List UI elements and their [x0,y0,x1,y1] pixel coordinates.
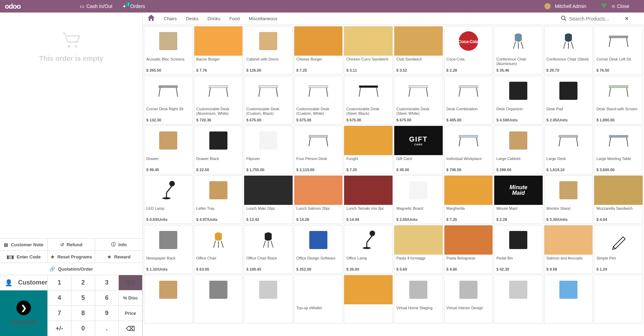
product-card[interactable]: Desk Organizer $ 4.59/Units [494,76,543,125]
product-card[interactable]: Bacon Burger $ 7.76 [194,26,243,75]
key-1[interactable]: 1 [48,275,71,290]
product-card[interactable]: Virtual Home Staging [394,275,443,323]
key-dot[interactable]: . [95,321,119,336]
product-card[interactable]: Chicken Curry Sandwich $ 3.11 [344,26,393,75]
product-card[interactable]: Cabinet with Doors $ 126.00 [244,26,293,75]
product-card[interactable] [544,275,593,323]
product-card[interactable]: Coca-Cola Coca-Cola $ 2.28 [444,26,493,75]
search-input[interactable] [569,16,625,22]
key-price[interactable]: Price [119,305,142,321]
product-card[interactable]: Club Sandwich $ 3.52 [394,26,443,75]
product-card[interactable]: Pasta Bolognese $ 4.66 [444,225,493,274]
product-card[interactable]: Large Meeting Table $ 3,600.00 [594,126,643,174]
payment-button[interactable]: ❯ Payment [0,290,48,336]
key-8[interactable]: 8 [71,305,95,321]
product-card[interactable]: Magnetic Board $ 2.05/Units [394,175,443,224]
key-backspace[interactable]: ⌫ [119,321,142,336]
key-6[interactable]: 6 [95,290,119,305]
product-card[interactable]: Margherita $ 7.25 [444,175,493,224]
product-card[interactable]: MinuteMaid Minute Maid $ 2.28 [494,175,543,224]
enter-code-button[interactable]: ▮▯▮Enter Code [0,251,48,263]
cash-in-out-button[interactable]: ▭ Cash In/Out [80,3,112,9]
category-tab-miscellaneous[interactable]: Miscellaneous [249,16,277,21]
key-plus-minus[interactable]: +/- [48,321,71,336]
product-card[interactable]: Lunch Salmon 20pc $ 14.28 [294,175,343,224]
customer-button[interactable]: 👤Customer [0,275,48,290]
product-grid-scroll[interactable]: Acoustic Bloc Screens $ 265.50 Bacon Bur… [143,25,644,336]
product-card[interactable]: GIFTCARD Gift Card $ 45.00 [394,126,443,174]
product-image [194,126,243,155]
product-card[interactable]: Desk Pad $ 2.05/Units [544,76,593,125]
product-card[interactable]: Newspaper Rack $ 1.32/Units [144,225,193,274]
product-card[interactable]: Customizable Desk (Steel, Black) $ 675.0… [344,76,393,125]
quotation-order-button[interactable]: 🔗Quotation/Order [0,263,142,275]
key-qty[interactable]: Qty [119,275,142,290]
search-clear-button[interactable]: ✕ [625,16,629,21]
customer-note-button[interactable]: ▤Customer Note [0,239,48,250]
product-card[interactable]: Monitor Stand $ 3.30/Units [544,175,593,224]
key-disc[interactable]: % Disc [119,290,142,305]
key-4[interactable]: 4 [48,290,71,305]
product-card[interactable]: Desk Stand with Screen $ 1,890.00 [594,76,643,125]
product-card[interactable]: Desk Combination $ 405.00 [444,76,493,125]
product-card[interactable]: Corner Desk Right Sit $ 132.30 [144,76,193,125]
product-card[interactable]: Four Person Desk $ 2,115.00 [294,126,343,174]
key-2[interactable]: 2 [71,275,95,290]
product-card[interactable]: Drawer $ 99.45 [144,126,193,174]
product-card[interactable]: Salmon and Avocado $ 9.58 [544,225,593,274]
reward-button[interactable]: ★Reward [95,251,142,263]
product-card[interactable]: Office Design Software $ 252.00 [294,225,343,274]
product-card[interactable]: Office Chair Black $ 108.45 [244,225,293,274]
product-card[interactable]: Drawer Black $ 22.50 [194,126,243,174]
product-card[interactable]: Lunch Temaki mix 3pc $ 14.49 [344,175,393,224]
category-tab-drinks[interactable]: Drinks [208,16,220,21]
product-card[interactable] [344,275,393,323]
product-card[interactable] [244,275,293,323]
product-card[interactable]: Large Cabinet $ 288.00 [494,126,543,174]
product-card[interactable]: Individual Workplace $ 796.50 [444,126,493,174]
product-card[interactable]: Large Desk $ 1,619.10 [544,126,593,174]
product-card[interactable]: Customizable Desk (Custom, Black) $ 675.… [244,76,293,125]
refund-button[interactable]: ↺Refund [48,239,95,250]
product-card[interactable] [194,275,243,323]
key-3[interactable]: 3 [95,275,119,290]
product-card[interactable]: Pedal Bin $ 42.30 [494,225,543,274]
product-card[interactable]: Acoustic Bloc Screens $ 265.50 [144,26,193,75]
category-tab-desks[interactable]: Desks [186,16,199,21]
product-card[interactable]: Top-up eWallet [294,275,343,323]
info-button[interactable]: ⓘInfo [95,239,142,250]
category-tab-chairs[interactable]: Chairs [164,16,177,21]
product-card[interactable]: Letter Tray $ 4.97/Units [194,175,243,224]
product-card[interactable]: Cheese Burger $ 7.25 [294,26,343,75]
product-card[interactable]: Corner Desk Left Sit $ 76.50 [594,26,643,75]
product-card[interactable]: Conference Chair (Steel) $ 29.70 [544,26,593,75]
product-card[interactable]: Virtual Interior Design [444,275,493,323]
product-image [244,26,293,56]
product-card[interactable]: Conference Chair (Aluminium) $ 35.46 [494,26,543,75]
home-button[interactable] [148,15,155,23]
product-card[interactable]: Pasta 4 formaggi $ 5.69 [394,225,443,274]
product-card[interactable]: Customizable Desk (Steel, White) $ 675.0… [394,76,443,125]
product-card[interactable]: Office Chair $ 63.00 [194,225,243,274]
product-card[interactable]: LED Lamp $ 0.93/Units [144,175,193,224]
product-card[interactable]: Flipover $ 1,755.00 [244,126,293,174]
product-card[interactable]: Lunch Maki 18pc $ 12.42 [244,175,293,224]
orders-button[interactable]: ✦ 1 Orders [122,3,145,9]
product-card[interactable]: Mozzarella Sandwich $ 4.04 [594,175,643,224]
user-menu[interactable]: Mitchell Admin [544,3,586,9]
product-card[interactable] [594,275,643,323]
category-tab-food[interactable]: Food [230,16,240,21]
reset-programs-button[interactable]: ★Reset Programs [48,251,95,263]
product-card[interactable]: Office Lamp $ 36.00 [344,225,393,274]
product-card[interactable] [144,275,193,323]
key-5[interactable]: 5 [71,290,95,305]
key-7[interactable]: 7 [48,305,71,321]
product-card[interactable] [494,275,543,323]
product-card[interactable]: Funghi $ 7.25 [344,126,393,174]
close-button[interactable]: ⎋ Close [612,3,629,9]
product-card[interactable]: Simple Pen $ 1.24 [594,225,643,274]
product-card[interactable]: Customizable Desk (Custom, White) $ 675.… [294,76,343,125]
product-card[interactable]: Customizable Desk (Aluminium, White) $ 7… [194,76,243,125]
key-9[interactable]: 9 [95,305,119,321]
key-0[interactable]: 0 [71,321,95,336]
